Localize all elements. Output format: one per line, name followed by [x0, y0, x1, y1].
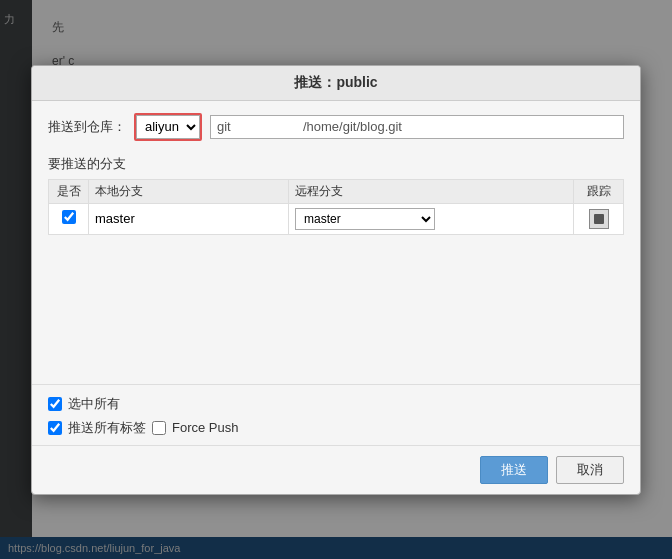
dialog-body: 推送到仓库： aliyun 要推送的分支 是否 本地分支 远程分支 跟 [32, 101, 640, 384]
push-dialog: 推送：public 推送到仓库： aliyun 要推送的分支 是 [31, 65, 641, 495]
svg-rect-0 [594, 214, 604, 224]
dialog-title: 推送：public [32, 66, 640, 101]
push-tags-row: 推送所有标签 Force Push [48, 419, 624, 437]
track-icon[interactable] [589, 209, 609, 229]
repo-select[interactable]: aliyun [136, 115, 200, 139]
branch-row-master: master master [49, 203, 624, 234]
col-header-remote: 远程分支 [289, 179, 574, 203]
repo-row: 推送到仓库： aliyun [48, 113, 624, 141]
select-all-checkbox[interactable] [48, 397, 62, 411]
footer-checks: 选中所有 推送所有标签 Force Push [32, 384, 640, 445]
repo-select-wrapper: aliyun [134, 113, 202, 141]
col-header-check: 是否 [49, 179, 89, 203]
select-all-row: 选中所有 [48, 395, 624, 413]
section-header: 要推送的分支 [48, 155, 624, 173]
force-push-checkbox[interactable] [152, 421, 166, 435]
col-header-local: 本地分支 [89, 179, 289, 203]
cancel-button[interactable]: 取消 [556, 456, 624, 484]
local-branch-name: master [95, 211, 135, 226]
select-all-label: 选中所有 [68, 395, 120, 413]
spacer [48, 243, 624, 323]
push-tags-label: 推送所有标签 [68, 419, 146, 437]
track-square-icon [592, 212, 606, 226]
col-header-track: 跟踪 [574, 179, 624, 203]
git-url-input[interactable] [210, 115, 624, 139]
force-push-label: Force Push [172, 420, 238, 435]
modal-overlay: 推送：public 推送到仓库： aliyun 要推送的分支 是 [0, 0, 672, 559]
branch-checkbox-master[interactable] [62, 210, 76, 224]
push-tags-checkbox[interactable] [48, 421, 62, 435]
push-button[interactable]: 推送 [480, 456, 548, 484]
dialog-actions: 推送 取消 [32, 445, 640, 494]
branch-table: 是否 本地分支 远程分支 跟踪 master [48, 179, 624, 235]
repo-label: 推送到仓库： [48, 118, 126, 136]
remote-branch-select[interactable]: master [295, 208, 435, 230]
